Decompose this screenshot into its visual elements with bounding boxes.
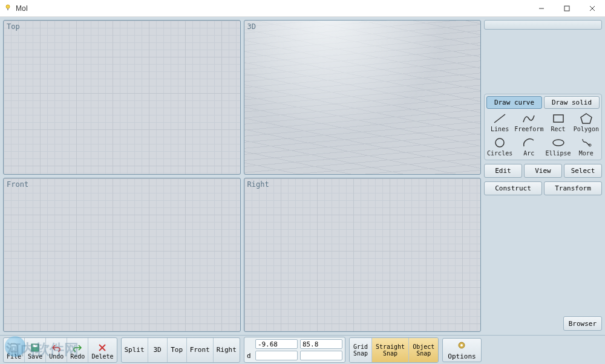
line-icon [492,112,508,125]
tool-label: Arc [523,150,534,157]
redo-button[interactable]: Redo [67,338,88,362]
selection-slider[interactable] [484,20,602,30]
view-top-button[interactable]: Top [168,338,187,362]
viewport-front[interactable]: Front [3,178,241,333]
tool-label: Circles [487,150,512,157]
viewport-label: Front [7,180,28,189]
tool-label: Ellipse [546,150,571,157]
svg-rect-1 [7,8,8,10]
tool-label: Rect [551,126,566,132]
maximize-button[interactable] [554,0,580,17]
tool-lines[interactable]: Lines [486,111,513,134]
tool-label: Freeform [514,126,543,132]
edit-button[interactable]: Edit [484,164,522,178]
close-button[interactable] [580,0,605,17]
gear-icon [456,340,467,353]
window-title: MoI [16,4,28,13]
coord-x-input[interactable] [255,339,298,349]
btn-label: Save [28,353,42,360]
arc-icon [521,136,537,149]
freeform-icon [521,112,537,125]
btn-label: Undo [49,353,64,360]
viewport-3d[interactable]: 3D [244,20,482,175]
svg-rect-13 [33,345,38,347]
distance-label: d [247,352,253,360]
svg-rect-7 [554,115,563,122]
file-icon [10,342,18,353]
btn-label: Redo [70,353,85,360]
polygon-icon [578,112,594,125]
viewport-label: Top [7,22,20,31]
tab-draw-solid[interactable]: Draw solid [544,96,600,109]
btn-label: File [7,353,21,360]
redo-icon [73,342,82,353]
svg-point-0 [6,5,10,8]
draw-panel: Draw curve Draw solid Lines Freeform Rec… [484,94,602,160]
tool-label: Polygon [574,126,599,132]
tool-label: Lines [491,126,509,132]
btn-label: Options [448,353,476,360]
tab-draw-curve[interactable]: Draw curve [486,96,542,109]
svg-point-17 [460,344,463,346]
titlebar: MoI [0,0,605,17]
undo-button[interactable]: Undo [46,338,67,362]
minimize-button[interactable] [529,0,554,17]
viewport-right[interactable]: Right [244,178,482,333]
tool-rect[interactable]: Rect [544,111,571,134]
distance-1-input[interactable] [255,351,298,360]
tool-more[interactable]: More [573,135,600,158]
tool-ellipse[interactable]: Ellipse [544,135,571,158]
delete-icon [98,342,106,353]
bottom-bar: File Save Undo Redo Delete Split 3D Top … [0,335,605,364]
svg-point-9 [495,138,504,147]
options-button[interactable]: Options [442,338,481,362]
select-button[interactable]: Select [564,164,602,178]
main-area: Top 3D Front Right Draw curve Draw solid… [0,17,605,335]
browser-button[interactable]: Browser [563,316,602,331]
save-button[interactable]: Save [25,338,46,362]
viewport-label: Right [247,180,269,189]
tool-freeform[interactable]: Freeform [514,111,543,134]
transform-button[interactable]: Transform [544,181,602,195]
view-right-button[interactable]: Right [214,338,240,362]
tool-label: More [579,150,594,157]
viewport-top[interactable]: Top [3,20,241,175]
save-icon [31,342,39,353]
coordinate-box: d [244,337,345,363]
snap-group: GridSnap StraightSnap ObjectSnap [349,337,439,363]
circle-icon [492,136,508,149]
rect-icon [551,112,566,125]
file-button-group: File Save Undo Redo Delete [3,337,117,363]
tool-arc[interactable]: Arc [514,135,543,158]
svg-marker-8 [581,114,592,123]
view-front-button[interactable]: Front [187,338,214,362]
undo-icon [51,342,61,353]
file-button[interactable]: File [4,338,25,362]
object-snap-button[interactable]: ObjectSnap [409,338,438,362]
right-panel: Draw curve Draw solid Lines Freeform Rec… [484,20,602,332]
construct-button[interactable]: Construct [484,181,542,195]
view-3d-button[interactable]: 3D [148,338,168,362]
viewport-label: 3D [247,22,256,31]
straight-snap-button[interactable]: StraightSnap [372,338,409,362]
view-split-button[interactable]: Split [122,338,148,362]
delete-button[interactable]: Delete [88,338,116,362]
svg-point-10 [553,140,564,146]
tool-circles[interactable]: Circles [486,135,513,158]
tool-polygon[interactable]: Polygon [573,111,600,134]
distance-2-input[interactable] [300,351,342,360]
view-button-group: Split 3D Top Front Right [121,337,240,363]
svg-line-6 [494,114,505,123]
view-button[interactable]: View [524,164,562,178]
viewport-grid: Top 3D Front Right [3,20,481,332]
app-icon [4,4,12,13]
ellipse-icon [551,136,566,149]
btn-label: Delete [91,353,113,360]
svg-rect-3 [564,6,569,11]
coord-y-input[interactable] [300,339,342,349]
more-icon [578,136,594,149]
grid-snap-button[interactable]: GridSnap [350,338,372,362]
